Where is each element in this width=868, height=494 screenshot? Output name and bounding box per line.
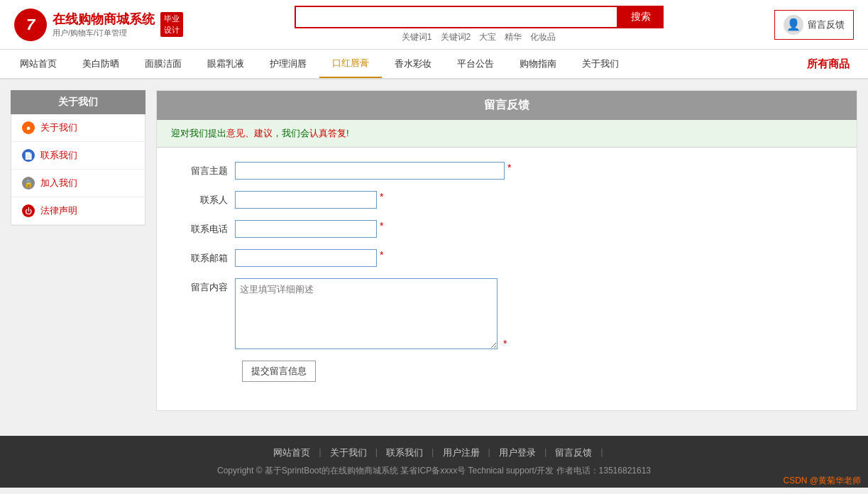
content-textarea[interactable] [235, 278, 498, 349]
search-row: 搜索 [295, 6, 664, 28]
footer-link-feedback[interactable]: 留言反馈 [546, 446, 600, 459]
sidebar-label-contact: 联系我们 [40, 149, 77, 162]
sidebar-label-about: 关于我们 [40, 121, 77, 134]
footer-copyright: Copyright © 基于SprintBoot的在线购物商城系统 某省ICP备… [11, 465, 857, 477]
search-area: 搜索 关键词1 关键词2 大宝 精华 化妆品 [197, 6, 760, 43]
search-input[interactable] [295, 6, 618, 28]
submit-button[interactable]: 提交留言信息 [242, 361, 316, 382]
form-title: 留言反馈 [157, 91, 857, 120]
logo-text: 在线购物商城系统 用户/购物车/订单管理 [53, 11, 155, 38]
nav-lipstick[interactable]: 口红唇膏 [319, 50, 382, 78]
sidebar-item-about[interactable]: ● 关于我们 [11, 114, 145, 142]
sidebar-item-legal[interactable]: ⏻ 法律声明 [11, 197, 145, 225]
footer-link-register[interactable]: 用户注册 [434, 446, 488, 459]
csdn-badge: CSDN @黄菊华老师 [783, 475, 861, 487]
nav-bar: 网站首页 美白防晒 面膜洁面 眼霜乳液 护理润唇 口红唇膏 香水彩妆 平台公告 … [0, 50, 868, 79]
submit-area: 提交留言信息 [178, 361, 835, 396]
contact-label: 联系人 [178, 191, 235, 207]
footer-link-login[interactable]: 用户登录 [490, 446, 544, 459]
content-label: 留言内容 [178, 278, 235, 294]
contact-required: * [380, 191, 383, 202]
email-required: * [380, 249, 383, 260]
user-avatar-icon: 👤 [784, 15, 803, 35]
logo-subtitle: 用户/购物车/订单管理 [53, 28, 155, 38]
keyword-3[interactable]: 大宝 [479, 31, 496, 43]
keyword-2[interactable]: 关键词2 [441, 31, 471, 43]
footer-link-contact[interactable]: 联系我们 [378, 446, 432, 459]
header-feedback-button[interactable]: 👤 留言反馈 [774, 10, 854, 40]
main-content: 关于我们 ● 关于我们 📄 联系我们 🔒 加入我们 ⏻ 法律声明 留言反馈 迎对… [0, 79, 868, 422]
logo-icon: 7 [14, 9, 47, 41]
nav-all-products[interactable]: 所有商品 [796, 50, 861, 78]
sidebar-header: 关于我们 [11, 90, 145, 114]
footer-link-about[interactable]: 关于我们 [322, 446, 375, 459]
form-row-phone: 联系电话 * [178, 220, 835, 238]
footer-links: 网站首页 | 关于我们 | 联系我们 | 用户注册 | 用户登录 | 留言反馈 … [11, 446, 857, 459]
sidebar: 关于我们 ● 关于我们 📄 联系我们 🔒 加入我们 ⏻ 法律声明 [11, 90, 145, 411]
email-input[interactable] [235, 249, 377, 267]
form-notice: 迎对我们提出意见、建议，我们会认真答复! [157, 120, 857, 148]
search-keywords: 关键词1 关键词2 大宝 精华 化妆品 [402, 31, 556, 43]
phone-input[interactable] [235, 220, 377, 238]
content-required: * [503, 338, 507, 349]
footer: 网站首页 | 关于我们 | 联系我们 | 用户注册 | 用户登录 | 留言反馈 … [0, 436, 868, 488]
nav-notice[interactable]: 平台公告 [444, 50, 507, 77]
header: 7 在线购物商城系统 用户/购物车/订单管理 毕业 设计 搜索 关键词1 关键词… [0, 0, 868, 50]
nav-mask[interactable]: 面膜洁面 [132, 50, 194, 77]
sidebar-item-join[interactable]: 🔒 加入我们 [11, 170, 145, 197]
nav-lip-care[interactable]: 护理润唇 [257, 50, 319, 77]
form-area: 留言反馈 迎对我们提出意见、建议，我们会认真答复! 留言主题 * 联系人 * 联… [156, 90, 857, 411]
keyword-1[interactable]: 关键词1 [402, 31, 432, 43]
subject-label: 留言主题 [178, 162, 235, 177]
nav-guide[interactable]: 购物指南 [507, 50, 569, 77]
nav-perfume[interactable]: 香水彩妆 [382, 50, 444, 77]
contact-input[interactable] [235, 191, 377, 209]
sidebar-label-join: 加入我们 [40, 177, 77, 190]
keyword-5[interactable]: 化妆品 [530, 31, 556, 43]
form-body: 留言主题 * 联系人 * 联系电话 * 联系邮箱 * [157, 148, 857, 410]
logo-area: 7 在线购物商城系统 用户/购物车/订单管理 毕业 设计 [14, 9, 183, 41]
form-row-subject: 留言主题 * [178, 162, 835, 180]
phone-label: 联系电话 [178, 220, 235, 236]
feedback-label: 留言反馈 [808, 18, 845, 31]
nav-whitening[interactable]: 美白防晒 [70, 50, 132, 77]
sidebar-item-contact[interactable]: 📄 联系我们 [11, 142, 145, 170]
subject-required: * [507, 162, 511, 173]
email-label: 联系邮箱 [178, 249, 235, 265]
footer-link-home[interactable]: 网站首页 [265, 446, 319, 459]
join-icon: 🔒 [22, 177, 35, 190]
sidebar-label-legal: 法律声明 [40, 204, 77, 217]
form-row-content: 留言内容 * [178, 278, 835, 349]
keyword-4[interactable]: 精华 [505, 31, 522, 43]
form-row-email: 联系邮箱 * [178, 249, 835, 267]
nav-eyecream[interactable]: 眼霜乳液 [194, 50, 257, 77]
form-row-contact: 联系人 * [178, 191, 835, 209]
about-icon: ● [22, 121, 35, 134]
logo-title: 在线购物商城系统 [53, 11, 155, 28]
logo-badge: 毕业 设计 [160, 12, 183, 37]
nav-about[interactable]: 关于我们 [569, 50, 632, 77]
sidebar-menu: ● 关于我们 📄 联系我们 🔒 加入我们 ⏻ 法律声明 [11, 114, 145, 226]
phone-required: * [380, 220, 383, 231]
search-button[interactable]: 搜索 [618, 6, 664, 28]
subject-input[interactable] [235, 162, 505, 180]
nav-home[interactable]: 网站首页 [7, 50, 70, 77]
contact-icon: 📄 [22, 149, 35, 162]
legal-icon: ⏻ [22, 204, 35, 217]
